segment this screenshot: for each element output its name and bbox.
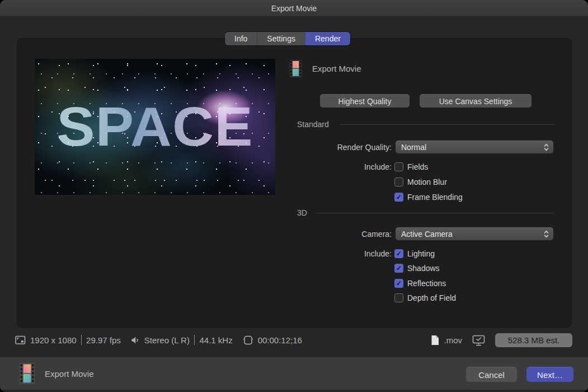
checkbox-fields[interactable] xyxy=(394,162,403,171)
title-bar: Export Movie xyxy=(0,0,588,17)
filmstrip-icon xyxy=(289,60,302,77)
status-audio: Stereo (L R) xyxy=(144,335,190,345)
speaker-icon xyxy=(131,336,140,344)
panel-title: Export Movie xyxy=(312,64,361,73)
checkbox-row-frame-blending: ✓ Frame Blending xyxy=(394,192,463,202)
checkbox-fields-label: Fields xyxy=(407,162,428,171)
status-divider xyxy=(81,335,82,345)
status-fps: 29.97 fps xyxy=(86,335,121,345)
export-movie-dialog: Export Movie Info Settings Render SPACE xyxy=(0,0,588,392)
footer-bar: Export Movie Cancel Next… xyxy=(0,357,588,390)
section-divider xyxy=(316,213,554,213)
highest-quality-button[interactable]: Highest Quality xyxy=(320,94,410,108)
status-bar-right: .mov 528.3 MB est. xyxy=(431,333,572,348)
section-title-3d: 3D xyxy=(297,208,307,217)
checkbox-lighting[interactable]: ✓ xyxy=(394,249,403,258)
checkbox-reflections[interactable]: ✓ xyxy=(394,279,403,288)
tab-render[interactable]: Render xyxy=(305,32,350,45)
tab-info[interactable]: Info xyxy=(225,32,257,45)
display-check-icon xyxy=(472,335,485,346)
checkbox-shadows[interactable]: ✓ xyxy=(394,264,403,273)
tab-bar: Info Settings Render xyxy=(225,32,350,45)
use-canvas-settings-button[interactable]: Use Canvas Settings xyxy=(420,94,531,108)
checkbox-row-shadows: ✓ Shadows xyxy=(394,263,440,273)
render-quality-select[interactable]: Normal xyxy=(396,141,553,153)
camera-select[interactable]: Active Camera xyxy=(396,227,553,240)
camera-value: Active Camera xyxy=(401,230,453,239)
chevron-up-down-icon xyxy=(544,230,549,239)
checkbox-depth-of-field-label: Depth of Field xyxy=(407,293,456,302)
tab-settings[interactable]: Settings xyxy=(257,32,305,45)
duration-icon xyxy=(243,335,253,346)
checkbox-row-fields: Fields xyxy=(394,162,428,172)
preview-space-text: SPACE xyxy=(35,59,275,195)
render-quality-label: Render Quality: xyxy=(280,143,392,152)
checkbox-motion-blur-label: Motion Blur xyxy=(407,178,447,186)
checkbox-row-depth-of-field: Depth of Field xyxy=(394,293,456,303)
checkbox-lighting-label: Lighting xyxy=(407,249,435,258)
section-divider xyxy=(340,124,554,125)
status-sample-rate: 44.1 kHz xyxy=(199,335,232,345)
checkbox-depth-of-field[interactable] xyxy=(394,293,403,302)
size-estimate-text: 528.3 MB est. xyxy=(508,335,560,345)
checkbox-reflections-label: Reflections xyxy=(407,279,446,288)
size-estimate-badge: 528.3 MB est. xyxy=(495,333,572,347)
status-resolution: 1920 x 1080 xyxy=(30,335,77,345)
camera-label: Camera: xyxy=(280,230,392,239)
checkbox-shadows-label: Shadows xyxy=(407,264,440,273)
checkbox-row-motion-blur: Motion Blur xyxy=(394,177,447,187)
status-bar-left: 1920 x 1080 29.97 fps Stereo (L R) 44.1 … xyxy=(15,333,302,347)
checkbox-row-lighting: ✓ Lighting xyxy=(394,249,435,259)
status-file-type: .mov xyxy=(444,335,462,345)
document-icon xyxy=(431,335,439,346)
cancel-button[interactable]: Cancel xyxy=(466,367,517,382)
footer-title: Export Movie xyxy=(45,369,94,379)
checkbox-frame-blending-label: Frame Blending xyxy=(407,193,463,202)
include-label-standard: Include: xyxy=(280,162,392,171)
chevron-up-down-icon xyxy=(544,143,549,152)
status-divider xyxy=(194,335,195,345)
section-title-standard: Standard xyxy=(297,120,329,129)
window-title: Export Movie xyxy=(271,4,317,13)
status-duration: 00:00:12;16 xyxy=(258,335,302,345)
include-label-3d: Include: xyxy=(280,249,392,258)
resolution-icon xyxy=(15,335,26,345)
filmstrip-icon xyxy=(20,363,35,384)
checkbox-frame-blending[interactable]: ✓ xyxy=(394,193,403,202)
render-quality-value: Normal xyxy=(401,143,426,152)
next-button[interactable]: Next… xyxy=(526,367,573,382)
preview-image: SPACE xyxy=(35,59,275,195)
checkbox-row-reflections: ✓ Reflections xyxy=(394,278,446,288)
checkbox-motion-blur[interactable] xyxy=(394,178,403,186)
